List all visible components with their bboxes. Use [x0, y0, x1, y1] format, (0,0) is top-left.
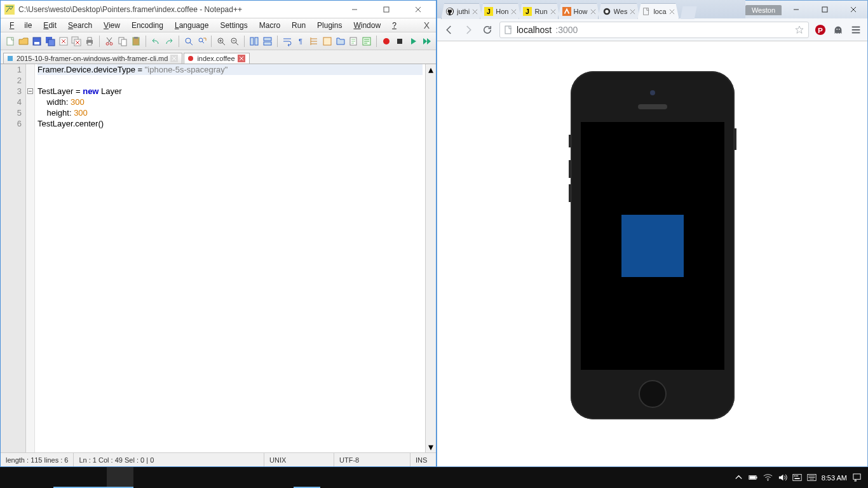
tab-close-icon[interactable]	[669, 9, 675, 15]
browser-tab[interactable]: juthi	[441, 3, 482, 19]
taskbar-start[interactable]	[0, 467, 27, 488]
lang-udl-icon[interactable]	[322, 36, 333, 47]
save-icon[interactable]	[31, 36, 43, 47]
menu-encoding[interactable]: Encoding	[126, 20, 168, 31]
zoom-out-icon[interactable]	[229, 36, 240, 47]
menubar[interactable]: File Edit Search View Encoding Language …	[1, 18, 436, 32]
device-screen[interactable]	[581, 122, 724, 370]
document-tab[interactable]: 2015-10-9-framer-on-windows-with-framer-…	[3, 53, 182, 64]
show-all-icon[interactable]: ¶	[295, 36, 306, 47]
replace-icon[interactable]	[196, 36, 208, 47]
taskbar-chrome[interactable]	[107, 467, 133, 488]
menu-file[interactable]: File	[4, 20, 37, 31]
menu-run[interactable]: Run	[287, 20, 311, 31]
tab-close-icon[interactable]	[511, 9, 517, 15]
test-layer[interactable]	[621, 215, 684, 277]
scroll-down-icon[interactable]: ▾	[426, 442, 436, 452]
page-viewport[interactable]	[437, 41, 867, 466]
wifi-icon[interactable]	[763, 473, 773, 482]
minimize-button[interactable]	[341, 1, 369, 18]
browser-tab[interactable]: loca	[637, 3, 679, 19]
taskbar-todo[interactable]	[320, 467, 347, 488]
document-tab[interactable]: index.coffee	[184, 53, 249, 64]
back-button[interactable]	[442, 23, 456, 37]
bookmark-star-icon[interactable]	[794, 25, 804, 35]
save-all-icon[interactable]	[44, 36, 56, 47]
reload-button[interactable]	[480, 23, 494, 37]
play-multi-icon[interactable]	[421, 36, 432, 47]
profile-badge[interactable]: Weston	[745, 5, 782, 15]
stop-macro-icon[interactable]	[394, 36, 405, 47]
paste-icon[interactable]	[130, 36, 142, 47]
forward-button[interactable]	[461, 23, 475, 37]
browser-tab[interactable]: How	[558, 3, 600, 19]
browser-tab[interactable]: JRun	[519, 3, 560, 19]
menu-language[interactable]: Language	[170, 20, 214, 31]
taskbar-outlook[interactable]	[347, 467, 374, 488]
print-icon[interactable]	[84, 36, 95, 47]
word-wrap-icon[interactable]	[281, 36, 293, 47]
redo-icon[interactable]	[163, 36, 175, 47]
browser-tab[interactable]: JHon	[480, 3, 521, 19]
touch-keyboard-icon[interactable]	[807, 473, 817, 482]
taskbar-illustrator[interactable]: Ai	[187, 467, 214, 488]
taskbar-trello[interactable]	[133, 467, 160, 488]
play-macro-icon[interactable]	[407, 36, 419, 47]
close-icon[interactable]	[58, 36, 69, 47]
maximize-button[interactable]	[372, 1, 400, 18]
editor[interactable]: 123456 Framer.Device.deviceType = "iphon…	[1, 64, 425, 452]
tab-close-icon[interactable]	[238, 55, 245, 62]
chrome-close-button[interactable]	[839, 1, 867, 18]
ghostery-icon[interactable]	[832, 24, 844, 36]
system-tray[interactable]: 8:53 AM	[728, 467, 868, 488]
tab-close-icon[interactable]	[590, 9, 596, 15]
action-center-icon[interactable]	[852, 473, 862, 482]
omnibox[interactable]: localhost:3000	[499, 22, 809, 38]
close-all-icon[interactable]	[71, 36, 82, 47]
indent-guide-icon[interactable]	[308, 36, 320, 47]
copy-icon[interactable]	[117, 36, 128, 47]
menu-window[interactable]: Window	[348, 20, 386, 31]
device-home-button[interactable]	[639, 380, 667, 408]
chrome-menu-icon[interactable]	[850, 24, 862, 36]
tab-close-icon[interactable]	[170, 55, 178, 62]
tab-close-icon[interactable]	[472, 9, 478, 15]
record-macro-icon[interactable]	[381, 36, 392, 47]
sync-v-icon[interactable]	[248, 36, 260, 47]
sync-h-icon[interactable]	[262, 36, 273, 47]
open-file-icon[interactable]	[18, 36, 29, 47]
taskbar-taskview[interactable]	[27, 467, 53, 488]
new-file-icon[interactable]	[4, 36, 16, 47]
volume-icon[interactable]	[778, 473, 787, 482]
menu-search[interactable]: Search	[63, 20, 97, 31]
cut-icon[interactable]	[104, 36, 115, 47]
undo-icon[interactable]	[150, 36, 161, 47]
clock[interactable]: 8:53 AM	[822, 474, 847, 482]
close-button[interactable]	[404, 1, 432, 18]
battery-icon[interactable]	[749, 473, 758, 482]
folder-tree-icon[interactable]	[335, 36, 346, 47]
menu-settings[interactable]: Settings	[215, 20, 252, 31]
zoom-in-icon[interactable]	[215, 36, 227, 47]
ime-icon[interactable]	[792, 473, 802, 482]
taskbar-visual-studio[interactable]	[160, 467, 187, 488]
chrome-maximize-button[interactable]	[810, 1, 839, 18]
taskbar-file-explorer[interactable]	[80, 467, 107, 488]
taskbar[interactable]: AiNC:\ 8:53 AM	[0, 467, 868, 488]
menu-help[interactable]: ?	[387, 20, 402, 31]
tray-chevron-up-icon[interactable]	[734, 473, 743, 482]
tab-close-icon[interactable]	[630, 9, 635, 15]
taskbar-spotify[interactable]	[53, 467, 80, 488]
titlebar[interactable]: C:\Users\westo\Desktop\Pointers.framer\i…	[1, 1, 436, 18]
func-list-icon[interactable]	[361, 36, 372, 47]
taskbar-terminal[interactable]	[240, 467, 267, 488]
menu-macro[interactable]: Macro	[254, 20, 285, 31]
taskbar-onenote[interactable]: N	[214, 467, 240, 488]
menu-edit[interactable]: Edit	[38, 20, 62, 31]
new-tab-button[interactable]	[681, 6, 697, 19]
code-area[interactable]: Framer.Device.deviceType = "iphone-5s-sp…	[35, 64, 425, 452]
fold-gutter[interactable]	[26, 64, 35, 452]
tab-close-icon[interactable]	[550, 9, 556, 15]
taskbar-calculator[interactable]	[267, 467, 294, 488]
find-icon[interactable]	[183, 36, 194, 47]
